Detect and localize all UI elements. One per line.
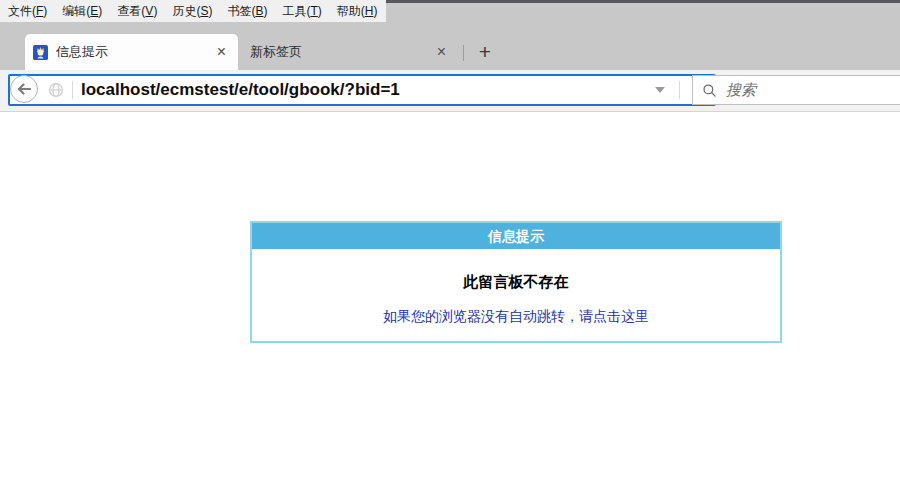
menu-item-edit[interactable]: 编辑(E)	[62, 3, 102, 20]
menu-label: )	[373, 4, 377, 18]
menu-label: 书签(	[227, 4, 255, 18]
menu-item-bookmarks[interactable]: 书签(B)	[227, 3, 267, 20]
url-input[interactable]	[81, 80, 649, 100]
back-button[interactable]	[10, 75, 38, 103]
close-icon[interactable]: ×	[213, 44, 230, 60]
url-bar[interactable]	[8, 74, 716, 106]
chevron-down-icon[interactable]	[655, 87, 665, 93]
new-tab-button[interactable]: +	[470, 38, 500, 66]
menu-label: 工具(	[282, 4, 310, 18]
menu-label: )	[153, 4, 157, 18]
tab-label: 信息提示	[56, 43, 213, 61]
page-content: 信息提示 此留言板不存在 如果您的浏览器没有自动跳转，请点击这里	[0, 112, 900, 498]
menu-item-file[interactable]: 文件(F)	[8, 3, 47, 20]
menu-label: 编辑(	[62, 4, 90, 18]
back-arrow-icon	[16, 82, 32, 96]
tab-label: 新标签页	[250, 43, 433, 61]
menu-bar: 文件(F) 编辑(E) 查看(V) 历史(S) 书签(B) 工具(T) 帮助(H…	[0, 0, 386, 22]
menu-item-history[interactable]: 历史(S)	[172, 3, 212, 20]
menu-label: )	[263, 4, 267, 18]
tab-new-tab[interactable]: 新标签页 ×	[238, 34, 462, 70]
search-input[interactable]	[724, 81, 900, 100]
redirect-link[interactable]: 如果您的浏览器没有自动跳转，请点击这里	[262, 308, 770, 326]
dialog-body: 此留言板不存在 如果您的浏览器没有自动跳转，请点击这里	[252, 249, 780, 341]
urlbar-divider	[679, 81, 680, 99]
site-favicon-icon	[33, 45, 48, 60]
close-icon[interactable]: ×	[433, 44, 450, 60]
browser-chrome: 文件(F) 编辑(E) 查看(V) 历史(S) 书签(B) 工具(T) 帮助(H…	[0, 0, 900, 70]
navigation-toolbar	[0, 70, 900, 112]
tab-info-notice[interactable]: 信息提示 ×	[25, 34, 238, 70]
menu-label: )	[43, 4, 47, 18]
menu-label: 文件(	[8, 4, 36, 18]
menu-label: )	[318, 4, 322, 18]
globe-icon	[48, 82, 64, 98]
urlbar-divider	[72, 81, 73, 99]
tab-strip-divider	[463, 45, 464, 61]
menu-label: 历史(	[172, 4, 200, 18]
dialog-title: 信息提示	[252, 223, 780, 249]
menu-label: )	[208, 4, 212, 18]
window-top-edge	[386, 0, 900, 3]
search-box[interactable]	[692, 75, 900, 105]
dialog-message: 此留言板不存在	[262, 273, 770, 292]
menu-label: )	[98, 4, 102, 18]
message-dialog: 信息提示 此留言板不存在 如果您的浏览器没有自动跳转，请点击这里	[250, 221, 782, 343]
menu-label: 查看(	[117, 4, 145, 18]
menu-label: 帮助(	[337, 4, 365, 18]
menu-item-tools[interactable]: 工具(T)	[282, 3, 321, 20]
search-icon	[702, 83, 717, 98]
menu-access-key: T	[310, 4, 317, 18]
menu-item-view[interactable]: 查看(V)	[117, 3, 157, 20]
menu-item-help[interactable]: 帮助(H)	[337, 3, 378, 20]
